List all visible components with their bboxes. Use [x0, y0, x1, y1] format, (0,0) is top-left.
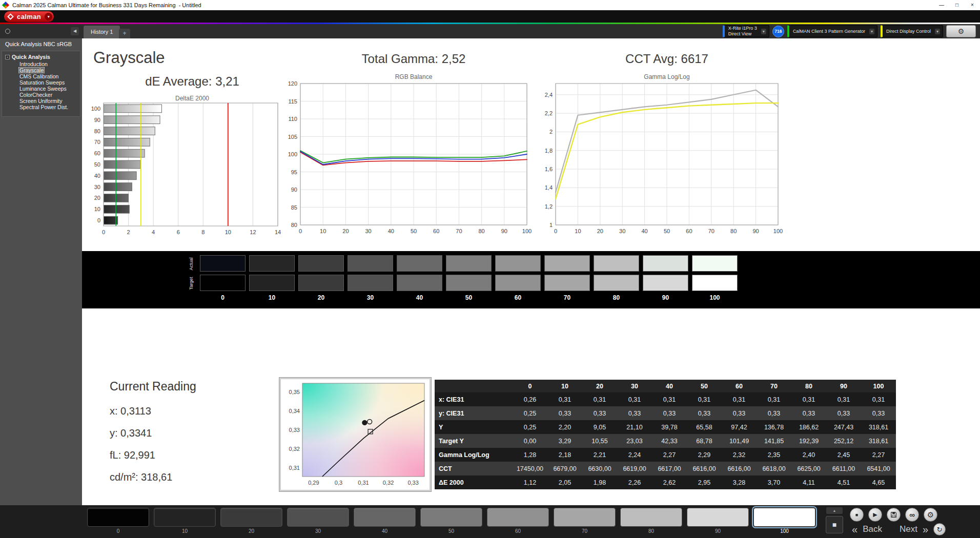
gray-patch-button-10[interactable]: 10: [154, 508, 216, 534]
gamma-loglog-chart: 010203040506070809010011,21,41,61,822,22…: [534, 80, 783, 242]
calman-menu-button[interactable]: calman ▾: [4, 11, 54, 22]
svg-text:2: 2: [549, 129, 553, 135]
sidebar-item-saturation-sweeps[interactable]: Saturation Sweeps: [3, 79, 79, 86]
table-cell: 0,31: [757, 392, 791, 406]
gray-patch-swatch: [620, 508, 682, 527]
actual-swatch: [397, 255, 442, 272]
svg-text:100: 100: [773, 228, 783, 234]
svg-text:0,3: 0,3: [335, 480, 342, 486]
swatch-level-label: 0: [200, 294, 246, 301]
svg-text:0: 0: [299, 228, 302, 234]
expand-pattern-bar-button[interactable]: ▲: [826, 507, 843, 514]
total-gamma-heading: Total Gamma: 2,52: [301, 52, 526, 66]
close-button[interactable]: ×: [965, 0, 980, 10]
cie-chromaticity-panel[interactable]: 0,290,30,310,320,330,310,320,330,340,35: [279, 378, 431, 491]
table-cell: 0,31: [547, 392, 582, 406]
pattern-settings-button[interactable]: ⚙: [924, 508, 937, 522]
gray-patch-button-90[interactable]: 90: [687, 508, 749, 534]
svg-text:10: 10: [94, 206, 100, 212]
svg-text:80: 80: [94, 128, 100, 134]
table-cell: 2,27: [861, 448, 896, 462]
svg-text:1,6: 1,6: [545, 166, 553, 172]
table-corner-cell: [435, 380, 513, 392]
actual-swatch: [446, 255, 492, 272]
svg-text:8: 8: [201, 229, 205, 235]
table-row: ΔE 20001,122,051,982,262,622,953,283,704…: [435, 475, 896, 489]
table-row-label: Gamma Log/Log: [435, 448, 513, 462]
link-button[interactable]: ∞: [905, 508, 919, 522]
actual-swatch: [348, 255, 393, 272]
tab-history-1[interactable]: History 1: [84, 26, 120, 38]
svg-text:0,35: 0,35: [289, 389, 300, 395]
refresh-button[interactable]: ↻: [933, 523, 946, 535]
meter-dropdown[interactable]: X-Rite i1Pro 3 Direct View ▾: [723, 25, 769, 37]
table-cell: 247,43: [826, 420, 861, 434]
maximize-button[interactable]: □: [949, 0, 965, 10]
table-cell: 0,33: [652, 406, 687, 420]
sidebar-item-luminance-sweeps[interactable]: Luminance Sweeps: [3, 86, 79, 92]
gray-patch-button-100[interactable]: 100: [753, 508, 815, 534]
settings-button[interactable]: ⚙: [946, 25, 976, 37]
svg-text:80: 80: [478, 228, 484, 234]
svg-text:10: 10: [225, 229, 231, 235]
actual-row-label: Actual: [189, 257, 194, 270]
table-column-header: 30: [617, 380, 652, 392]
table-cell: 2,24: [617, 448, 652, 462]
sidebar-item-grayscale[interactable]: Grayscale: [3, 67, 79, 73]
table-column-header: 90: [826, 380, 861, 392]
gray-patch-button-20[interactable]: 20: [220, 508, 282, 534]
sidebar-item-screen-uniformity[interactable]: Screen Uniformity: [3, 98, 79, 104]
minimize-button[interactable]: —: [934, 0, 949, 10]
gray-patch-button-40[interactable]: 40: [354, 508, 416, 534]
back-button[interactable]: Back: [863, 524, 882, 534]
logo-bar: calman ▾: [0, 10, 980, 23]
table-cell: 6618,00: [757, 462, 791, 475]
table-cell: 0,26: [513, 392, 547, 406]
gray-patch-button-80[interactable]: 80: [620, 508, 682, 534]
gray-patch-button-50[interactable]: 50: [420, 508, 482, 534]
svg-text:40: 40: [94, 173, 100, 179]
pattern-generator-dropdown[interactable]: CalMAN Client 3 Pattern Generator ▾: [787, 25, 877, 37]
table-cell: 2,95: [687, 475, 722, 489]
svg-text:95: 95: [291, 169, 297, 175]
gray-patch-button-70[interactable]: 70: [554, 508, 616, 534]
tree-root-quick-analysis[interactable]: - Quick Analysis: [3, 53, 79, 61]
gear-icon: ⚙: [927, 510, 934, 520]
tab-label: History 1: [91, 29, 113, 35]
sidebar-item-introduction[interactable]: Introduction: [3, 61, 79, 67]
meter-dropdown-label: X-Rite i1Pro 3 Direct View: [728, 26, 757, 37]
table-cell: 2,45: [826, 448, 861, 462]
svg-text:20: 20: [597, 228, 603, 234]
table-row: Y0,252,209,0521,1039,7865,5897,42136,781…: [435, 420, 896, 434]
gray-patch-button-0[interactable]: 0: [87, 508, 149, 534]
play-button[interactable]: ▶: [868, 508, 882, 522]
table-cell: 4,11: [791, 475, 826, 489]
meter-status-badge[interactable]: 716: [772, 26, 784, 37]
gray-patch-swatch: [753, 508, 815, 527]
next-button[interactable]: Next: [900, 524, 917, 534]
svg-text:90: 90: [501, 228, 507, 234]
stop-button[interactable]: ■: [850, 508, 864, 522]
analysis-workspace: Grayscale dE Average: 3,21 Total Gamma: …: [82, 38, 980, 505]
collapse-sidebar-button[interactable]: ◀: [71, 27, 79, 35]
sidebar-item-cms-calibration[interactable]: CMS Calibration: [3, 73, 79, 79]
svg-text:0,33: 0,33: [407, 480, 418, 486]
svg-text:85: 85: [291, 204, 297, 211]
table-cell: 0,33: [582, 406, 617, 420]
gray-patch-button-60[interactable]: 60: [487, 508, 549, 534]
display-control-dropdown[interactable]: Direct Display Control ▾: [881, 25, 943, 37]
table-cell: 10,55: [582, 434, 617, 448]
home-button[interactable]: [5, 29, 10, 34]
sidebar-item-colorchecker[interactable]: ColorChecker: [3, 92, 79, 98]
gray-patch-label: 80: [620, 528, 682, 534]
pattern-generator-label: CalMAN Client 3 Pattern Generator: [793, 29, 865, 34]
save-button[interactable]: [887, 508, 901, 522]
table-cell: 68,78: [687, 434, 722, 448]
svg-text:10: 10: [320, 228, 326, 234]
sidebar-item-spectral-power-dist[interactable]: Spectral Power Dist.: [3, 104, 79, 110]
svg-text:0,32: 0,32: [289, 446, 300, 452]
app-icon: [2, 1, 9, 8]
add-tab-button[interactable]: +: [119, 29, 130, 38]
gray-patch-button-30[interactable]: 30: [287, 508, 349, 534]
window-pattern-button[interactable]: ■: [826, 516, 843, 533]
